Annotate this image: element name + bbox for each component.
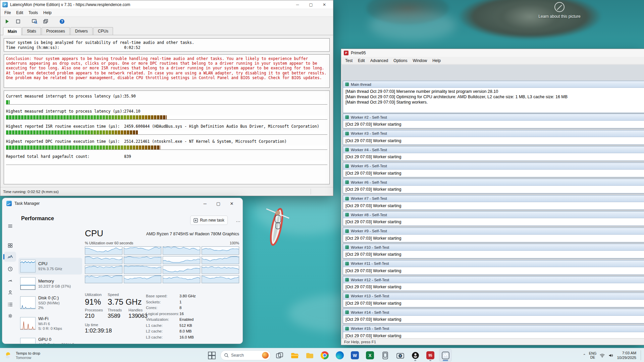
child-titlebar[interactable]: Worker #11 - Self-Test [343,260,644,267]
menu-item-edit[interactable]: Edit [355,57,368,64]
wifi-icon[interactable] [599,353,605,358]
child-titlebar[interactable]: Worker #2 - Self-Test [343,114,644,121]
sidebar-item-details[interactable] [4,299,16,309]
taskbar-app-word[interactable]: W [348,349,361,362]
sidebar-item-performance[interactable] [4,252,16,262]
menu-item-window[interactable]: Window [410,57,430,64]
sidebar-item-processes[interactable]: rect{fill:none;stroke:#3f4750;stroke-wid… [4,240,16,250]
menu-item-test[interactable]: Test [342,57,355,64]
show-desktop-button[interactable] [641,350,642,360]
prime95-worker-window[interactable]: Worker #5 - Self-Test[Oct 29 07:03] Work… [343,163,644,177]
prime95-worker-window[interactable]: Worker #4 - Self-Test[Oct 29 07:03] Work… [343,146,644,161]
child-titlebar[interactable]: Worker #10 - Self-Test [343,244,644,251]
child-titlebar[interactable]: Worker #6 - Self-Test [343,179,644,186]
taskbar-app-task-view[interactable] [273,349,286,362]
tab-processes[interactable]: Processes [42,27,70,35]
tab-stats[interactable]: Stats [22,27,41,35]
child-titlebar[interactable]: Worker #8 - Self-Test [343,212,644,218]
weather-widget[interactable]: Temps to drop Tomorrow [2,349,43,361]
volume-icon[interactable] [608,353,614,358]
spotlight-label[interactable]: Learn about this picture [537,14,582,19]
disk-0-c-mini-graph [20,296,36,309]
menu-item-advanced[interactable]: Advanced [368,57,391,64]
menu-item-file[interactable]: File [2,9,13,16]
prime95-worker-window[interactable]: Worker #11 - Self-Test[Oct 29 07:03] Wor… [343,260,644,275]
maximize-button[interactable]: ▢ [304,0,318,9]
child-titlebar[interactable]: Worker #3 - Self-Test [343,130,644,137]
spotlight-icon[interactable] [554,2,565,12]
child-titlebar[interactable]: Main thread [343,81,644,88]
spotlight-widget[interactable]: Learn about this picture [537,2,582,19]
prime95-main-thread-window[interactable]: Main thread[Main thread Oct 29 07:03] Me… [343,81,644,113]
prime95-worker-window[interactable]: Worker #3 - Self-Test[Oct 29 07:03] Work… [343,130,644,145]
close-button[interactable]: ✕ [318,0,331,9]
tab-main[interactable]: Main [3,27,21,35]
run-new-task-button[interactable]: Run new task [190,216,228,225]
latencymon-titlebar[interactable]: LatencyMon (Home Edition) v 7.31 - https… [0,0,333,9]
perf-item-cpu[interactable]: CPU91% 3.75 GHz [18,258,82,275]
taskbar-app-camera[interactable] [394,349,407,362]
more-options-button[interactable]: … [234,216,242,225]
perf-item-disk-0-c[interactable]: Disk 0 (C:)SSD (NVMe)2% [18,293,82,313]
child-titlebar[interactable]: Worker #5 - Self-Test [343,163,644,170]
child-titlebar[interactable]: Worker #9 - Self-Test [343,228,644,235]
child-titlebar[interactable]: Worker #4 - Self-Test [343,146,644,153]
sidebar-item-app-history[interactable] [4,264,16,274]
taskbar-app-folder[interactable] [303,349,316,362]
maximize-button[interactable]: ▢ [212,198,225,209]
sidebar-item-menu[interactable] [4,221,16,231]
child-titlebar[interactable]: Worker #14 - Self-Test [343,309,644,316]
prime95-titlebar[interactable]: P Prime95 [341,49,644,57]
perf-item-gpu-0[interactable]: GPU 0AMD Radeon 780M Gr...1% (62 °C) [18,334,82,344]
minimize-button[interactable]: ─ [198,198,212,209]
perf-item-memory[interactable]: Memory10.2/27.8 GB (37%) [18,275,82,292]
tab-cpus[interactable]: CPUs [93,27,113,35]
prime95-worker-window[interactable]: Worker #13 - Self-Test[Oct 29 07:03] Wor… [343,293,644,307]
taskbar-app-file-explorer[interactable] [288,349,301,362]
menu-item-tools[interactable]: Tools [26,9,41,16]
language-indicator[interactable]: ENG DE [589,351,597,359]
taskbar-app-obs-studio[interactable] [409,349,422,362]
clock[interactable]: 7:03 AM 10/29/2025 [617,351,636,360]
child-titlebar[interactable]: Worker #12 - Self-Test [343,277,644,283]
minimize-button[interactable]: ─ [291,0,304,9]
search-box[interactable]: Search [220,350,271,360]
child-titlebar[interactable]: Worker #15 - Self-Test [343,325,644,332]
prime95-worker-window[interactable]: Worker #8 - Self-Test[Oct 29 07:03] Work… [343,211,644,226]
sidebar-item-services[interactable] [4,311,16,321]
menu-item-edit[interactable]: Edit [13,9,26,16]
stop-icon[interactable] [15,18,21,24]
taskbar-app-excel[interactable]: X [364,349,376,362]
prime95-worker-window[interactable]: Worker #14 - Self-Test[Oct 29 07:03] Wor… [343,309,644,323]
taskbar-app-chrome[interactable] [318,349,331,362]
copy-report-icon[interactable] [42,18,49,24]
play-icon[interactable] [4,18,10,24]
help-icon[interactable]: ? [59,18,65,24]
menu-item-options[interactable]: Options [391,57,410,64]
prime95-worker-window[interactable]: Worker #15 - Self-Test[Oct 29 07:03] Wor… [343,325,644,340]
analyze-icon[interactable] [31,18,38,24]
prime95-worker-window[interactable]: Worker #12 - Self-Test[Oct 29 07:03] Wor… [343,276,644,291]
taskbar-app-prime95[interactable]: 95 [424,349,437,362]
prime95-worker-window[interactable]: Worker #9 - Self-Test[Oct 29 07:03] Work… [343,228,644,242]
close-button[interactable]: ✕ [225,198,238,209]
tab-drivers[interactable]: Drivers [70,27,93,35]
tm-titlebar[interactable]: Task Manager ─ ▢ ✕ [2,198,243,209]
menu-item-help[interactable]: Help [430,57,443,64]
sidebar-item-users[interactable] [4,287,16,297]
prime95-worker-window[interactable]: Worker #6 - Self-Test[Oct 29 07:03] Work… [343,179,644,193]
taskbar-app-latencymon[interactable] [439,349,452,362]
search-highlight-icon[interactable] [262,352,269,359]
child-titlebar[interactable]: Worker #7 - Self-Test [343,195,644,202]
perf-item-wi-fi[interactable]: Wi-FiWi-Fi 6S: 0 R: 0 Kbps [18,313,82,334]
tray-overflow-chevron[interactable]: ⌃ [583,353,586,358]
sidebar-item-startup-apps[interactable] [4,275,16,285]
prime95-worker-window[interactable]: Worker #2 - Self-Test[Oct 29 07:03] Work… [343,114,644,128]
start-button[interactable] [205,349,218,362]
taskbar-app-edge[interactable] [333,349,346,362]
prime95-worker-window[interactable]: Worker #7 - Self-Test[Oct 29 07:03] Work… [343,195,644,210]
prime95-worker-window[interactable]: Worker #10 - Self-Test[Oct 29 07:03] Wor… [343,244,644,258]
child-titlebar[interactable]: Worker #13 - Self-Test [343,293,644,300]
menu-item-help[interactable]: Help [41,9,54,16]
taskbar-app-phone-link[interactable] [379,349,391,362]
